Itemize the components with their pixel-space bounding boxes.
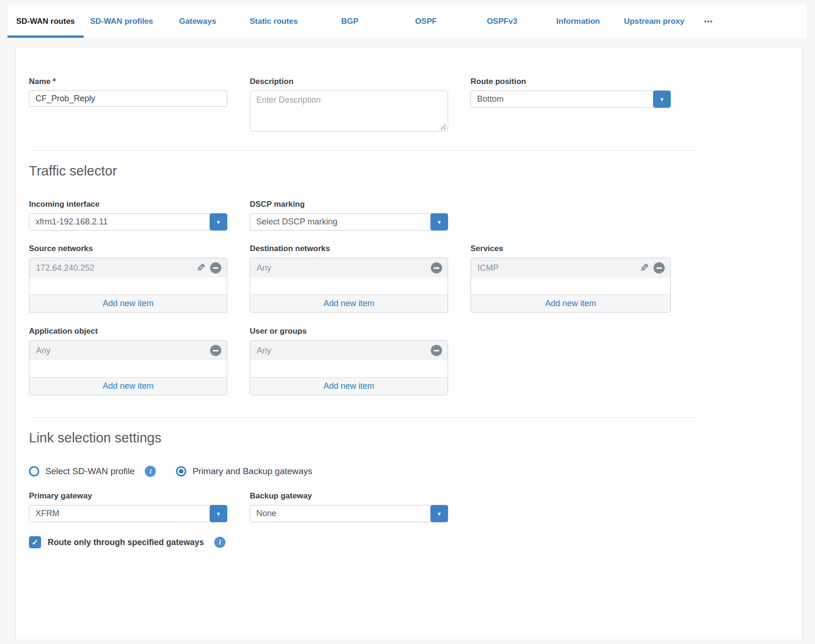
backup-gateway-select[interactable]: None ▼: [250, 505, 448, 522]
primary-gateway-value: XFRM: [35, 509, 59, 518]
checkbox-checked-icon[interactable]: ✓: [29, 536, 41, 548]
destination-networks-listbox: Any Add new item: [250, 258, 448, 313]
link-selection-radio-row: Select SD-WAN profile i Primary and Back…: [29, 466, 789, 477]
description-field-group: Description: [250, 77, 448, 133]
services-label: Services: [471, 244, 671, 253]
list-item: Any: [29, 341, 227, 360]
chevron-down-icon[interactable]: ▼: [210, 213, 227, 231]
name-field-group: Name *: [29, 77, 227, 107]
tab-upstream-proxy[interactable]: Upstream proxy: [616, 5, 692, 38]
route-position-select[interactable]: Bottom ▼: [471, 91, 671, 108]
listbox-empty-area: [250, 278, 448, 294]
listbox-empty-area: [29, 360, 227, 377]
chevron-down-icon[interactable]: ▼: [210, 505, 227, 522]
add-new-item-button[interactable]: Add new item: [29, 294, 227, 312]
list-item-value: Any: [257, 346, 271, 356]
tab-static-routes[interactable]: Static routes: [236, 5, 312, 38]
backup-gateway-group: Backup gateway None ▼: [250, 491, 448, 522]
description-label: Description: [250, 77, 448, 86]
edit-pencil-icon[interactable]: ✎: [197, 263, 205, 273]
traffic-selector-title: Traffic selector: [29, 163, 789, 179]
list-item: ICMP ✎: [471, 258, 670, 278]
list-item-value: Any: [36, 346, 50, 356]
route-position-field-group: Route position Bottom ▼: [471, 77, 671, 108]
section-divider: [29, 150, 698, 151]
tab-information[interactable]: Information: [540, 5, 616, 38]
link-selection-title: Link selection settings: [29, 430, 789, 446]
destination-networks-label: Destination networks: [250, 244, 448, 253]
tab-gateways[interactable]: Gateways: [160, 5, 236, 38]
info-icon[interactable]: i: [145, 466, 156, 477]
traffic-selects-row: Incoming interface xfrm1-192.168.2.11 ▼ …: [29, 200, 789, 231]
add-new-item-button[interactable]: Add new item: [250, 377, 448, 395]
incoming-interface-label: Incoming interface: [29, 200, 227, 209]
name-input[interactable]: [29, 91, 227, 107]
radio-label: Primary and Backup gateways: [192, 466, 312, 476]
source-networks-listbox: 172.64.240.252 ✎ Add new item: [29, 258, 227, 313]
edit-pencil-icon[interactable]: ✎: [640, 263, 649, 273]
tab-bar: SD-WAN routes SD-WAN profiles Gateways S…: [7, 5, 808, 38]
tab-ospfv3[interactable]: OSPFv3: [464, 5, 540, 38]
route-position-value: Bottom: [477, 94, 504, 104]
user-or-groups-label: User or groups: [250, 327, 448, 336]
remove-item-icon[interactable]: [210, 345, 221, 356]
services-group: Services ICMP ✎ Add new item: [471, 244, 671, 313]
listbox-empty-area: [29, 278, 227, 294]
radio-option-primary-backup[interactable]: Primary and Backup gateways: [176, 466, 312, 476]
remove-item-icon[interactable]: [653, 262, 665, 273]
tab-sdwan-routes[interactable]: SD-WAN routes: [7, 5, 84, 38]
tab-ospf[interactable]: OSPF: [388, 5, 464, 38]
dscp-marking-label: DSCP marking: [250, 200, 448, 209]
networks-row: Source networks 172.64.240.252 ✎ Add new…: [29, 244, 789, 313]
dscp-marking-group: DSCP marking Select DSCP marking ▼: [250, 200, 448, 231]
add-new-item-button[interactable]: Add new item: [29, 377, 227, 395]
list-item-value: Any: [257, 263, 271, 273]
list-item: Any: [250, 258, 448, 278]
application-object-listbox: Any Add new item: [29, 340, 227, 395]
radio-option-sdwan-profile[interactable]: Select SD-WAN profile: [29, 466, 134, 476]
services-listbox: ICMP ✎ Add new item: [471, 258, 671, 313]
more-tabs-icon[interactable]: •••: [692, 5, 725, 38]
tab-sdwan-profiles[interactable]: SD-WAN profiles: [84, 5, 160, 38]
primary-gateway-select[interactable]: XFRM ▼: [29, 505, 227, 522]
sdwan-route-form-card: Name * Description Route position Bottom…: [15, 47, 803, 640]
list-item-value: ICMP: [478, 263, 499, 273]
listbox-empty-area: [471, 278, 670, 294]
route-only-checkbox-label: Route only through specified gateways: [48, 538, 204, 547]
incoming-interface-group: Incoming interface xfrm1-192.168.2.11 ▼: [29, 200, 227, 231]
remove-item-icon[interactable]: [431, 345, 442, 356]
chevron-down-icon[interactable]: ▼: [430, 213, 448, 231]
remove-item-icon[interactable]: [210, 262, 221, 273]
dscp-marking-select[interactable]: Select DSCP marking ▼: [250, 213, 448, 231]
application-users-row: Application object Any Add new item User…: [29, 327, 789, 395]
destination-networks-group: Destination networks Any Add new item: [250, 244, 448, 313]
user-or-groups-group: User or groups Any Add new item: [250, 327, 448, 395]
remove-item-icon[interactable]: [431, 262, 442, 273]
radio-selected-icon[interactable]: [176, 466, 186, 476]
incoming-interface-select[interactable]: xfrm1-192.168.2.11 ▼: [29, 213, 227, 231]
name-label: Name *: [29, 77, 227, 86]
incoming-interface-value: xfrm1-192.168.2.11: [35, 217, 108, 227]
application-object-group: Application object Any Add new item: [29, 327, 227, 395]
route-only-checkbox-row: ✓ Route only through specified gateways …: [29, 536, 789, 548]
general-fields-row: Name * Description Route position Bottom…: [29, 77, 789, 133]
list-item: Any: [250, 341, 448, 360]
gateways-row: Primary gateway XFRM ▼ Backup gateway No…: [29, 491, 789, 522]
description-textarea[interactable]: [250, 91, 448, 132]
user-or-groups-listbox: Any Add new item: [250, 340, 448, 395]
radio-label: Select SD-WAN profile: [45, 466, 134, 476]
application-object-label: Application object: [29, 327, 227, 336]
backup-gateway-value: None: [256, 509, 276, 518]
info-icon[interactable]: i: [214, 537, 225, 548]
list-item-value: 172.64.240.252: [36, 263, 94, 273]
add-new-item-button[interactable]: Add new item: [471, 294, 670, 312]
chevron-down-icon[interactable]: ▼: [653, 91, 671, 108]
backup-gateway-label: Backup gateway: [250, 491, 448, 501]
radio-unselected-icon[interactable]: [29, 466, 39, 476]
add-new-item-button[interactable]: Add new item: [250, 294, 448, 312]
dscp-marking-value: Select DSCP marking: [256, 217, 337, 227]
source-networks-label: Source networks: [29, 244, 227, 253]
primary-gateway-label: Primary gateway: [29, 491, 227, 501]
tab-bgp[interactable]: BGP: [312, 5, 388, 38]
chevron-down-icon[interactable]: ▼: [430, 505, 448, 522]
